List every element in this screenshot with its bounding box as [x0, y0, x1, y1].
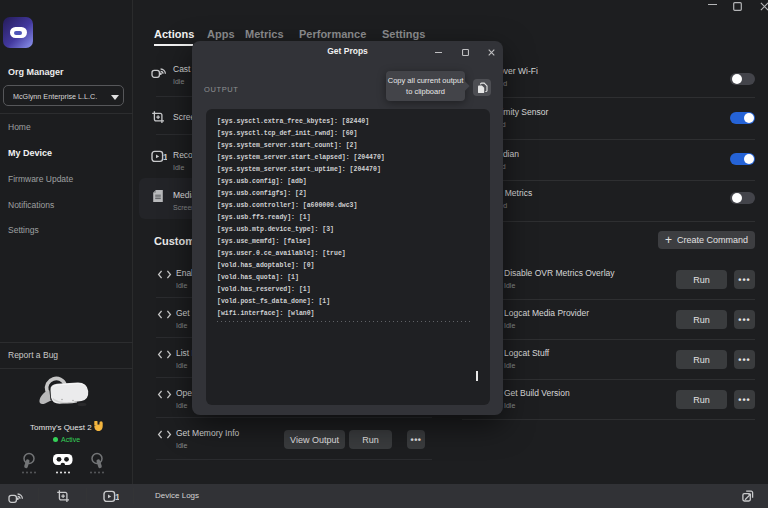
svg-text:1: 1: [163, 152, 167, 162]
svg-text:1: 1: [115, 492, 119, 502]
